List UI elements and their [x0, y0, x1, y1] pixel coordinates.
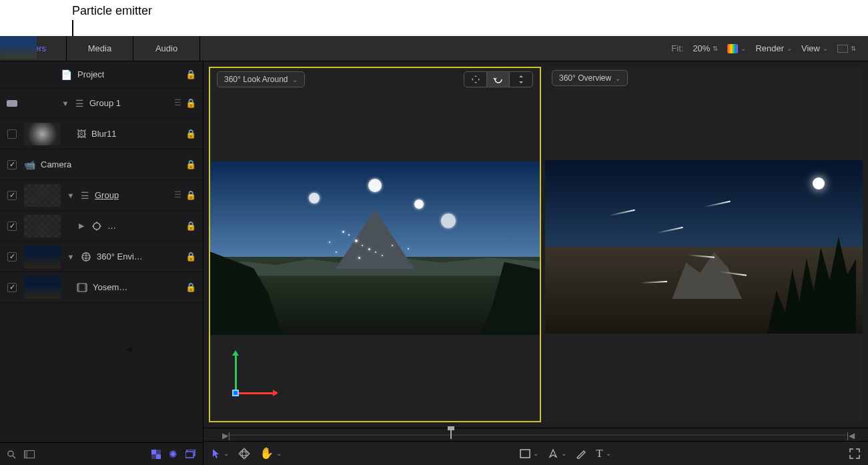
- project-label: Project: [77, 69, 104, 79]
- visibility-toggle[interactable]: [7, 100, 17, 107]
- color-channel-dropdown[interactable]: ⌄: [727, 44, 746, 53]
- svg-point-23: [239, 448, 250, 459]
- visibility-checkbox[interactable]: [7, 252, 17, 262]
- canvas-viewports: 360° Look Around ⌄: [203, 61, 868, 428]
- lock-icon[interactable]: 🔒: [185, 190, 196, 200]
- chevron-right-icon[interactable]: ▶: [77, 221, 86, 230]
- main-body: 📄 Project 🔒 ▼ ☰ Group 1 ☰🔒 🖼: [0, 61, 868, 465]
- svg-point-11: [8, 451, 13, 456]
- rectangle-tool[interactable]: ⌄: [520, 449, 538, 458]
- project-header-row[interactable]: 📄 Project 🔒: [0, 61, 203, 88]
- lock-icon[interactable]: 🔒: [185, 221, 196, 231]
- in-marker[interactable]: ▶|: [222, 431, 230, 440]
- top-right-controls: Fit: 20% ⇅ ⌄ Render ⌄ View ⌄ ⇅: [671, 43, 868, 53]
- chevron-updown-icon: ⇅: [851, 45, 856, 52]
- 3d-transform-tool[interactable]: [238, 448, 250, 460]
- out-marker[interactable]: |◀: [847, 431, 855, 440]
- lock-icon[interactable]: 🔒: [185, 69, 196, 79]
- canvas-toolbar: ⌄ ✋ ⌄ ⌄: [203, 441, 868, 465]
- layer-row-group1[interactable]: ▼ ☰ Group 1 ☰🔒: [0, 88, 203, 119]
- tab-audio[interactable]: Audio: [133, 36, 200, 61]
- lock-icon[interactable]: 🔒: [185, 98, 196, 108]
- pen-tool[interactable]: ⌄: [548, 448, 566, 459]
- lock-icon[interactable]: 🔒: [185, 252, 196, 262]
- layer-name: Group: [95, 190, 119, 200]
- chevron-down-icon: ⌄: [533, 450, 538, 457]
- chevron-down-icon[interactable]: ▼: [61, 99, 70, 107]
- chevron-down-icon[interactable]: ▼: [66, 191, 75, 199]
- 360-icon: [81, 252, 91, 262]
- moon: [813, 177, 825, 189]
- text-tool[interactable]: T ⌄: [596, 447, 610, 460]
- chevron-down-icon: ⌄: [823, 45, 828, 52]
- search-icon[interactable]: [7, 450, 16, 459]
- scene-preview: [210, 161, 540, 335]
- viewport-right[interactable]: 360° Overview ⌄: [545, 67, 863, 422]
- color-channel-icon: [727, 44, 738, 53]
- camera-view-label: 360° Overview: [559, 73, 611, 83]
- layer-row-clip[interactable]: Yosem… 🔒: [0, 272, 203, 303]
- viewport-left-header: 360° Look Around ⌄: [210, 68, 540, 91]
- pan-tool[interactable]: ✋ ⌄: [260, 446, 282, 460]
- svg-rect-24: [520, 450, 530, 458]
- visibility-checkbox[interactable]: [7, 191, 17, 200]
- chevron-down-icon: ⌄: [561, 450, 566, 457]
- checker-toggle-icon[interactable]: [151, 448, 161, 460]
- visibility-checkbox[interactable]: [7, 160, 17, 169]
- chevron-down-icon[interactable]: ▼: [66, 253, 75, 261]
- layer-row-group[interactable]: ▼ ☰ Group ☰🔒: [0, 180, 203, 211]
- blend-icon[interactable]: ☰: [174, 98, 181, 108]
- blend-icon[interactable]: ☰: [174, 190, 181, 200]
- gear-icon[interactable]: ✺: [169, 448, 177, 460]
- tab-media[interactable]: Media: [67, 36, 133, 61]
- layer-thumbnail: [24, 215, 61, 238]
- svg-point-0: [93, 223, 100, 229]
- pan-mode-button[interactable]: [464, 72, 487, 87]
- render-dropdown[interactable]: Render ⌄: [755, 43, 792, 53]
- svg-rect-15: [151, 450, 156, 454]
- stacked-panels-icon[interactable]: [185, 448, 196, 460]
- layer-row-camera[interactable]: 📹 Camera 🔒: [0, 149, 203, 180]
- layer-row-360env[interactable]: ▼ 360° Envi… 🔒: [0, 242, 203, 272]
- viewport-layout-dropdown[interactable]: ⇅: [837, 45, 856, 53]
- camera-view-dropdown[interactable]: 360° Overview ⌄: [552, 70, 628, 86]
- zoom-value: 20%: [693, 43, 710, 53]
- chevron-down-icon: ⌄: [615, 75, 620, 82]
- layer-thumbnail: [0, 36, 37, 59]
- visibility-checkbox[interactable]: [7, 283, 17, 292]
- layer-thumbnail: [24, 123, 61, 145]
- layer-row-emitter[interactable]: ▶ … 🔒: [0, 211, 203, 242]
- view-dropdown[interactable]: View ⌄: [801, 43, 828, 53]
- lock-icon[interactable]: 🔒: [185, 282, 196, 292]
- layer-name: Group 1: [89, 98, 121, 108]
- dolly-mode-button[interactable]: [510, 72, 532, 87]
- top-bar: Layers Media Audio Fit: 20% ⇅ ⌄ Render ⌄…: [0, 36, 868, 61]
- fullscreen-toggle[interactable]: [849, 448, 860, 459]
- particles-overlay: [210, 161, 540, 335]
- paint-tool[interactable]: [576, 448, 586, 459]
- lock-icon[interactable]: 🔒: [185, 159, 196, 169]
- chevron-down-icon: ⌄: [292, 76, 298, 83]
- viewport-right-header: 360° Overview ⌄: [545, 67, 863, 89]
- viewport-left-active[interactable]: 360° Look Around ⌄: [209, 67, 541, 422]
- orbit-mode-button[interactable]: [487, 72, 510, 87]
- lock-icon[interactable]: 🔒: [185, 129, 196, 139]
- layers-stack-icon: ☰: [75, 98, 84, 109]
- layer-row-blur[interactable]: 🖼 Blur11 🔒: [0, 119, 203, 149]
- mini-timeline[interactable]: ▶| |◀: [203, 428, 868, 441]
- viewport-left-content: [210, 161, 540, 335]
- visibility-checkbox[interactable]: [7, 129, 17, 139]
- viewport-layout-icon: [837, 45, 848, 53]
- chevron-updown-icon: ⇅: [713, 45, 718, 52]
- camera-view-dropdown[interactable]: 360° Look Around ⌄: [217, 71, 305, 87]
- layers-panel-footer: ✺: [0, 442, 203, 465]
- panel-icon[interactable]: [24, 450, 35, 458]
- svg-rect-20: [185, 452, 193, 458]
- playhead[interactable]: [450, 430, 452, 439]
- select-tool[interactable]: ⌄: [211, 448, 229, 459]
- zoom-level-dropdown[interactable]: 20% ⇅: [693, 43, 718, 53]
- layer-thumbnail: [24, 184, 61, 207]
- chevron-down-icon: ⌄: [276, 450, 282, 457]
- visibility-checkbox[interactable]: [7, 221, 17, 231]
- chevron-down-icon: ⌄: [224, 450, 229, 457]
